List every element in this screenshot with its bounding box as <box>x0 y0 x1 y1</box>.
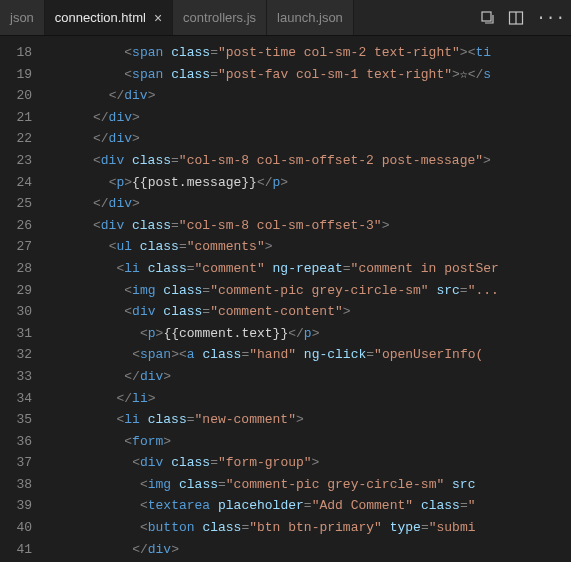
code-line: <span class="post-fav col-sm-1 text-righ… <box>46 64 571 86</box>
code-line: </div> <box>46 366 571 388</box>
tab-actions: ··· <box>474 10 571 26</box>
code-line: <img class="comment-pic grey-circle-sm" … <box>46 474 571 496</box>
line-number: 36 <box>0 431 46 453</box>
code-line: <span class="post-time col-sm-2 text-rig… <box>46 42 571 64</box>
line-number: 20 <box>0 85 46 107</box>
line-number: 33 <box>0 366 46 388</box>
line-number: 24 <box>0 172 46 194</box>
line-number: 22 <box>0 128 46 150</box>
diff-icon[interactable] <box>480 10 496 26</box>
tab-json[interactable]: json <box>0 0 45 35</box>
line-number: 21 <box>0 107 46 129</box>
line-number: 28 <box>0 258 46 280</box>
code-line: <form> <box>46 431 571 453</box>
code-line: </div> <box>46 128 571 150</box>
line-number: 30 <box>0 301 46 323</box>
close-icon[interactable]: × <box>154 10 162 26</box>
code-line: <textarea placeholder="Add Comment" clas… <box>46 495 571 517</box>
tab-label: connection.html <box>55 10 146 25</box>
tab-bar: json connection.html × controllers.js la… <box>0 0 571 36</box>
code-line: </div> <box>46 85 571 107</box>
line-number: 18 <box>0 42 46 64</box>
code-line: </div> <box>46 539 571 561</box>
code-line: <img class="comment-pic grey-circle-sm" … <box>46 280 571 302</box>
code-line: <ul class="comments"> <box>46 236 571 258</box>
line-number: 38 <box>0 474 46 496</box>
tab-label: controllers.js <box>183 10 256 25</box>
code-line: <div class="col-sm-8 col-sm-offset-2 pos… <box>46 150 571 172</box>
code-line: <div class="comment-content"> <box>46 301 571 323</box>
line-number: 41 <box>0 539 46 561</box>
line-number-gutter: 1819202122232425262728293031323334353637… <box>0 36 46 562</box>
code-line: <div class="col-sm-8 col-sm-offset-3"> <box>46 215 571 237</box>
line-number: 37 <box>0 452 46 474</box>
code-line: </div> <box>46 193 571 215</box>
code-line: <p>{{comment.text}}</p> <box>46 323 571 345</box>
code-area[interactable]: <span class="post-time col-sm-2 text-rig… <box>46 36 571 562</box>
tab-launch-json[interactable]: launch.json <box>267 0 354 35</box>
code-line: <li class="new-comment"> <box>46 409 571 431</box>
line-number: 26 <box>0 215 46 237</box>
line-number: 39 <box>0 495 46 517</box>
line-number: 25 <box>0 193 46 215</box>
line-number: 35 <box>0 409 46 431</box>
code-line: <p>{{post.message}}</p> <box>46 172 571 194</box>
editor: 1819202122232425262728293031323334353637… <box>0 36 571 562</box>
code-line: </div> <box>46 107 571 129</box>
svg-rect-0 <box>482 12 491 21</box>
line-number: 19 <box>0 64 46 86</box>
code-line: <div class="form-group"> <box>46 452 571 474</box>
tab-controllers-js[interactable]: controllers.js <box>173 0 267 35</box>
tab-label: json <box>10 10 34 25</box>
line-number: 32 <box>0 344 46 366</box>
code-line: <li class="comment" ng-repeat="comment i… <box>46 258 571 280</box>
line-number: 34 <box>0 388 46 410</box>
code-line: </li> <box>46 388 571 410</box>
code-line: <span><a class="hand" ng-click="openUser… <box>46 344 571 366</box>
tab-label: launch.json <box>277 10 343 25</box>
tab-connection-html[interactable]: connection.html × <box>45 0 173 35</box>
line-number: 31 <box>0 323 46 345</box>
code-line: <button class="btn btn-primary" type="su… <box>46 517 571 539</box>
line-number: 29 <box>0 280 46 302</box>
line-number: 40 <box>0 517 46 539</box>
split-editor-icon[interactable] <box>508 10 524 26</box>
more-icon[interactable]: ··· <box>536 10 565 26</box>
line-number: 23 <box>0 150 46 172</box>
line-number: 27 <box>0 236 46 258</box>
